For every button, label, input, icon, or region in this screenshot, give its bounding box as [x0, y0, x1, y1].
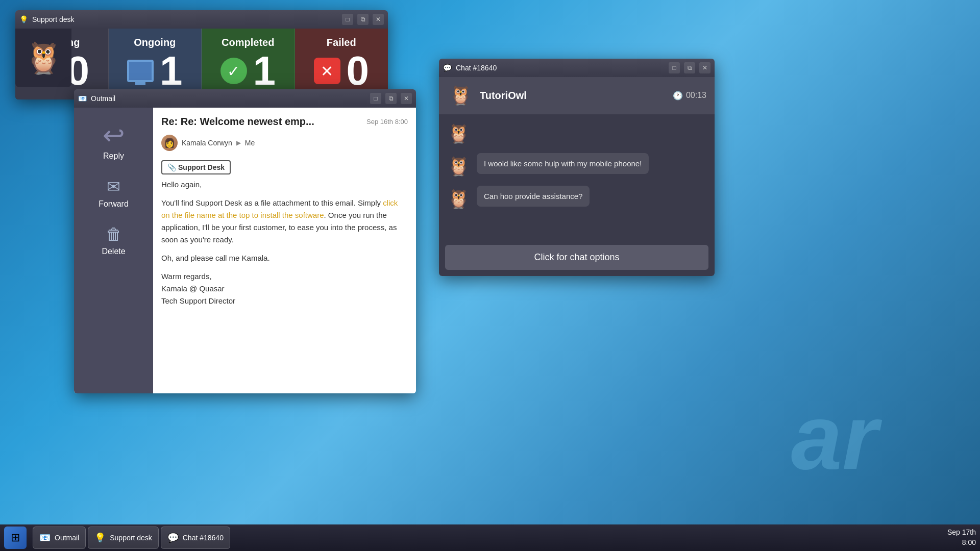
stat-completed-row: ✓ 1 — [220, 51, 276, 91]
timer-icon: 🕐 — [673, 91, 683, 101]
attachment-badge[interactable]: 📎 Support Desk — [161, 160, 231, 174]
check-icon: ✓ — [220, 58, 247, 84]
outmail-titlebar[interactable]: 📧 Outmail □ ⧉ ✕ — [74, 89, 416, 108]
stat-failed-label: Failed — [327, 37, 356, 48]
chat-messages: 🦉 🦉 I woold like some hulp with my mobil… — [439, 114, 715, 245]
chat-minimize-button[interactable]: □ — [669, 62, 680, 73]
taskbar-clock: Sep 17th 8:00 — [947, 528, 976, 547]
support-desk-maximize-button[interactable]: ⧉ — [357, 14, 369, 25]
taskbar-outmail[interactable]: 📧 Outmail — [33, 527, 86, 549]
forward-label: Forward — [99, 199, 129, 209]
owl-logo-panel: 🦉 — [15, 29, 71, 87]
stat-completed-count: 1 — [253, 51, 276, 91]
taskbar-outmail-icon: 📧 — [39, 532, 51, 543]
email-body: Hello again, You'll find Support Desk as… — [161, 179, 408, 307]
tutoriowl-avatar-header: 🦉 — [447, 82, 474, 109]
forward-icon: ✉ — [107, 177, 120, 196]
email-subject: Re: Re: Welcome newest emp... — [161, 116, 314, 128]
reply-icon: ↩ — [103, 122, 125, 148]
desktop-watermark: ar — [791, 384, 878, 490]
chat-message-1: 🦉 I woold like some hulp with my mobile … — [445, 153, 708, 180]
tutoriowl-avatar-top: 🦉 — [445, 120, 472, 147]
timer-value: 00:13 — [686, 91, 706, 100]
chat-body: 🦉 TutoriOwl 🕐 00:13 🦉 🦉 I woold like som… — [439, 77, 715, 276]
stat-completed-label: Completed — [222, 37, 274, 48]
delete-icon: 🗑 — [106, 225, 122, 244]
taskbar-chat-label: Chat #18640 — [183, 534, 224, 542]
outmail-minimize-button[interactable]: □ — [370, 93, 381, 104]
from-to-arrow: ▶ — [236, 139, 241, 146]
tutoriowl-avatar-msg1: 🦉 — [445, 153, 472, 180]
delete-button[interactable]: 🗑 Delete — [81, 219, 147, 262]
taskbar-start-icon: ⊞ — [11, 531, 20, 544]
taskbar-time: 8:00 — [947, 538, 976, 548]
taskbar-support-label: Support desk — [110, 534, 152, 542]
stat-failed-row: ✕ 0 — [314, 51, 370, 91]
outmail-body: ↩ Reply ✉ Forward 🗑 Delete Re: Re: Welco… — [74, 108, 416, 393]
chat-message-2: 🦉 Can hoo provide assistance? — [445, 186, 708, 212]
chat-window: 💬 Chat #18640 □ ⧉ ✕ 🦉 TutoriOwl 🕐 00:13 … — [439, 59, 715, 276]
email-p1-start: You'll find Support Desk as a file attac… — [161, 198, 383, 207]
taskbar-chat-icon: 💬 — [167, 532, 179, 543]
taskbar: ⊞ 📧 Outmail 💡 Support desk 💬 Chat #18640… — [0, 524, 980, 551]
delete-label: Delete — [102, 247, 125, 256]
taskbar-support-icon: 💡 — [94, 532, 106, 543]
chat-header-user: 🦉 TutoriOwl 🕐 00:13 — [439, 77, 715, 114]
email-to: Me — [245, 139, 255, 147]
tutoriowl-avatar-msg2: 🦉 — [445, 186, 472, 212]
chat-close-button[interactable]: ✕ — [699, 62, 710, 73]
email-paragraph2: Oh, and please call me Kamala. — [161, 252, 408, 264]
monitor-icon — [127, 60, 154, 82]
chat-titlebar[interactable]: 💬 Chat #18640 □ ⧉ ✕ — [439, 59, 715, 77]
stat-ongoing-label: Ongoing — [134, 37, 176, 48]
support-desk-title: Support desk — [32, 15, 338, 23]
email-paragraph1: You'll find Support Desk as a file attac… — [161, 197, 408, 246]
attachment-icon: 📎 — [167, 163, 176, 171]
taskbar-support[interactable]: 💡 Support desk — [88, 527, 159, 549]
outmail-window: 📧 Outmail □ ⧉ ✕ ↩ Reply ✉ Forward 🗑 Dele… — [74, 89, 416, 393]
support-desk-minimize-button[interactable]: □ — [342, 14, 353, 25]
email-closing: Warm regards,Kamala @ QuasarTech Support… — [161, 270, 408, 307]
taskbar-outmail-label: Outmail — [55, 534, 79, 542]
chat-username: TutoriOwl — [480, 90, 667, 102]
email-greeting: Hello again, — [161, 179, 408, 191]
reply-label: Reply — [103, 152, 124, 161]
sender-avatar-img: 👩 — [161, 135, 178, 151]
support-desk-title-icon: 💡 — [19, 15, 28, 23]
taskbar-date: Sep 17th — [947, 528, 976, 538]
x-icon: ✕ — [314, 58, 340, 84]
outmail-close-button[interactable]: ✕ — [401, 93, 412, 104]
chat-options-button[interactable]: Click for chat options — [445, 245, 708, 270]
email-date: Sep 16th 8:00 — [366, 118, 408, 126]
email-from-row: 👩 Kamala Corwyn ▶ Me — [161, 135, 408, 151]
email-from: Kamala Corwyn — [182, 139, 232, 147]
outmail-title: Outmail — [91, 94, 366, 103]
chat-title: Chat #18640 — [456, 64, 665, 72]
forward-button[interactable]: ✉ Forward — [81, 171, 147, 215]
stat-failed-count: 0 — [347, 51, 370, 91]
chat-bubble-2: Can hoo provide assistance? — [477, 186, 590, 207]
email-content: Re: Re: Welcome newest emp... Sep 16th 8… — [153, 108, 416, 393]
taskbar-chat[interactable]: 💬 Chat #18640 — [161, 527, 230, 549]
chat-owl-decorative: 🦉 — [445, 120, 708, 147]
taskbar-start-button[interactable]: ⊞ — [4, 527, 27, 549]
sender-avatar: 👩 — [161, 135, 178, 151]
chat-bubble-1: I woold like some hulp with my mobile ph… — [477, 153, 649, 174]
reply-button[interactable]: ↩ Reply — [81, 116, 147, 167]
support-desk-close-button[interactable]: ✕ — [373, 14, 384, 25]
outmail-maximize-button[interactable]: ⧉ — [385, 93, 397, 104]
owl-logo-icon: 🦉 — [24, 40, 63, 76]
stat-ongoing-count: 1 — [160, 51, 183, 91]
chat-timer: 🕐 00:13 — [673, 91, 706, 101]
outmail-title-icon: 📧 — [78, 94, 87, 103]
chat-title-icon: 💬 — [443, 64, 452, 72]
chat-maximize-button[interactable]: ⧉ — [684, 62, 695, 73]
stat-ongoing-row: 1 — [127, 51, 183, 91]
support-desk-titlebar[interactable]: 💡 Support desk □ ⧉ ✕ — [15, 10, 388, 29]
attachment-name: Support Desk — [178, 163, 225, 171]
outmail-sidebar: ↩ Reply ✉ Forward 🗑 Delete — [74, 108, 153, 393]
